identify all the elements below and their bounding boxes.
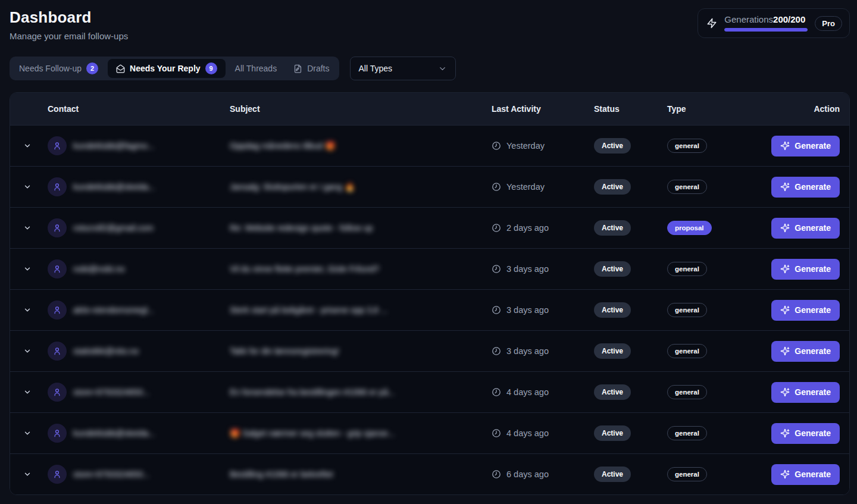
type-filter-dropdown[interactable]: All Types [350, 57, 456, 80]
contact-email: rotscroll2@gmail.com [73, 223, 154, 233]
type-cell: general [667, 467, 754, 481]
table-header: Contact Subject Last Activity Status Typ… [10, 93, 849, 125]
type-badge: general [667, 303, 707, 317]
column-header-status: Status [594, 104, 667, 114]
expand-row-button[interactable] [22, 346, 33, 356]
expand-row-button[interactable] [22, 387, 33, 397]
subject-cell: Oppdag månedens tilbud 🎁 [230, 141, 492, 151]
action-cell: Generate [754, 218, 849, 239]
contact-cell: kundeklubb@fagmo... [48, 136, 230, 155]
thread-row[interactable]: kundeklubb@skeida... Jansalg: Sluttspurt… [10, 166, 849, 207]
type-cell: general [667, 303, 754, 317]
chevron-down-icon [438, 64, 447, 73]
generate-button[interactable]: Generate [771, 423, 840, 444]
thread-row[interactable]: store+9793324650... En forsendelse fra b… [10, 371, 849, 412]
thread-row[interactable]: statistikk@nito.no Takk for din lønnsreg… [10, 330, 849, 371]
generate-button-label: Generate [795, 469, 831, 479]
generate-button-label: Generate [795, 428, 831, 438]
generate-button[interactable]: Generate [771, 341, 840, 362]
last-activity-cell: 6 days ago [492, 469, 594, 479]
last-activity-text: 4 days ago [506, 428, 549, 438]
thread-row[interactable]: store+9793324650... Bestilling #1066 er … [10, 453, 849, 494]
usage-text: Generations200/200 [724, 15, 808, 24]
thread-row[interactable]: nobi@nobi.no Vil du vinne flotte premier… [10, 248, 849, 289]
pro-plan-badge: Pro [815, 16, 842, 31]
action-cell: Generate [754, 423, 849, 444]
subject-text: Sterk start på boligåret - prisene opp 3… [230, 305, 387, 315]
avatar [48, 383, 67, 402]
avatar [48, 259, 67, 278]
generate-button[interactable]: Generate [771, 218, 840, 239]
subject-text: Jansalg: Sluttspurten er i gang 🔥 [230, 182, 355, 192]
avatar [48, 424, 67, 443]
subject-text: Oppdag månedens tilbud 🎁 [230, 141, 336, 151]
column-header-last-activity: Last Activity [492, 104, 594, 114]
tab-needs-your-reply[interactable]: Needs Your Reply 9 [108, 59, 226, 78]
subject-cell: Sterk start på boligåret - prisene opp 3… [230, 305, 492, 315]
tab-all-threads[interactable]: All Threads [228, 59, 284, 78]
thread-row[interactable]: kundeklubb@skeida... 🎁 Salget nærmer seg… [10, 412, 849, 453]
column-header-action: Action [754, 104, 849, 114]
status-cell: Active [594, 467, 667, 482]
action-cell: Generate [754, 177, 849, 198]
clock-icon [492, 141, 501, 151]
status-badge: Active [594, 220, 631, 236]
expand-row-button[interactable] [22, 469, 33, 480]
type-badge: general [667, 139, 707, 153]
generate-button[interactable]: Generate [771, 382, 840, 403]
type-badge: proposal [667, 221, 712, 235]
bolt-icon [706, 18, 717, 29]
avatar [48, 136, 67, 155]
tab-label: Needs Follow-up [19, 64, 82, 73]
subject-text: Vil du vinne flotte premier, Gisle Frilu… [230, 264, 379, 274]
sparkles-icon [780, 428, 790, 438]
page-title: Dashboard [10, 8, 128, 27]
expand-row-button[interactable] [22, 428, 33, 439]
generate-button[interactable]: Generate [771, 300, 840, 321]
generate-button-label: Generate [795, 346, 831, 356]
expand-row-button[interactable] [22, 140, 33, 151]
tab-label: Needs Your Reply [130, 64, 201, 73]
clock-icon [492, 346, 501, 356]
subject-text: Re: Website redesign quote - follow up [230, 223, 373, 233]
expander-cell [10, 181, 48, 192]
generate-button[interactable]: Generate [771, 177, 840, 198]
last-activity-text: Yesterday [506, 141, 545, 151]
thread-row[interactable]: aktiv-eiendomsmegl... Sterk start på bol… [10, 289, 849, 330]
expand-row-button[interactable] [22, 181, 33, 192]
type-badge: general [667, 344, 707, 358]
type-cell: general [667, 262, 754, 276]
contact-email: kundeklubb@skeida... [73, 428, 155, 438]
clock-icon [492, 223, 501, 233]
type-badge: general [667, 262, 707, 276]
last-activity-cell: 3 days ago [492, 264, 594, 274]
expand-row-button[interactable] [22, 305, 33, 315]
tab-drafts[interactable]: Drafts [286, 59, 336, 78]
type-cell: proposal [667, 221, 754, 235]
last-activity-text: 6 days ago [506, 469, 549, 479]
status-cell: Active [594, 343, 667, 359]
action-cell: Generate [754, 382, 849, 403]
last-activity-cell: 4 days ago [492, 428, 594, 438]
contact-cell: store+9793324650... [48, 465, 230, 484]
avatar [48, 177, 67, 196]
thread-row[interactable]: rotscroll2@gmail.com Re: Website redesig… [10, 207, 849, 248]
last-activity-cell: 3 days ago [492, 305, 594, 315]
contact-cell: nobi@nobi.no [48, 259, 230, 278]
clock-icon [492, 305, 501, 315]
page-subtitle: Manage your email follow-ups [10, 31, 128, 41]
tab-needs-follow-up[interactable]: Needs Follow-up 2 [12, 59, 105, 78]
generate-button[interactable]: Generate [771, 136, 840, 156]
contact-email: nobi@nobi.no [73, 264, 125, 274]
last-activity-cell: 3 days ago [492, 346, 594, 356]
thread-row[interactable]: kundeklubb@fagmo... Oppdag månedens tilb… [10, 125, 849, 166]
generate-button[interactable]: Generate [771, 259, 840, 280]
generate-button[interactable]: Generate [771, 464, 840, 485]
expand-row-button[interactable] [22, 223, 33, 233]
status-badge: Active [594, 467, 631, 482]
avatar [48, 300, 67, 320]
subject-text: En forsendelse fra bestillingen #1066 er… [230, 387, 395, 397]
last-activity-cell: Yesterday [492, 182, 594, 192]
expand-row-button[interactable] [22, 264, 33, 274]
action-cell: Generate [754, 300, 849, 321]
